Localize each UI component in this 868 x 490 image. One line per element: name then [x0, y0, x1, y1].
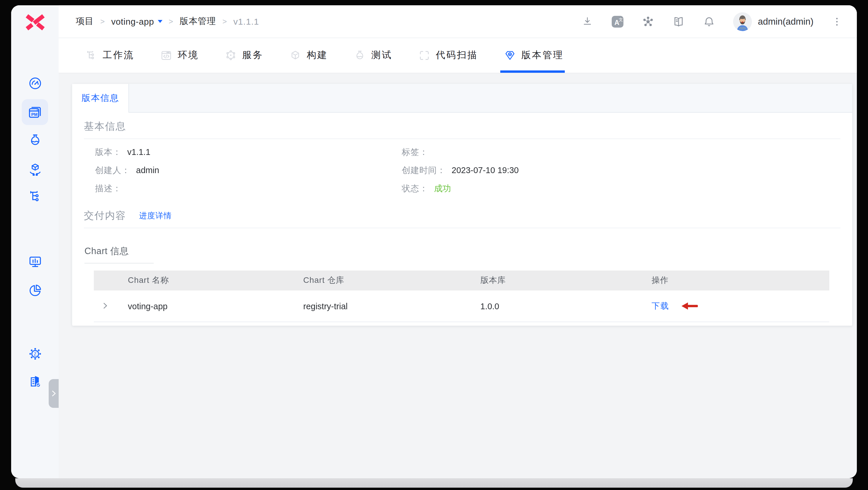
notifications-button[interactable] [703, 15, 715, 28]
sidebar-item-workflow-tree[interactable] [11, 185, 59, 208]
tab-label: 环境 [178, 49, 199, 62]
section-title-delivery: 交付内容 [84, 209, 126, 223]
tab-build[interactable]: 构建 [289, 38, 328, 73]
divider [84, 139, 840, 139]
status-badge: 成功 [434, 184, 451, 193]
top-bar: 项目 > voting-app > 版本管理 > v1.1.1 [59, 5, 857, 38]
divider [84, 228, 840, 228]
logo-x-icon [24, 14, 47, 30]
version-gem-icon [504, 49, 516, 62]
sidebar-item-delivery[interactable] [11, 158, 59, 181]
column-header-actions: 操作 [644, 270, 829, 290]
chevron-right-icon [50, 390, 58, 397]
field-created-time: 创建时间：2023-07-10 19:30 [402, 164, 840, 177]
field-status: 状态：成功 [402, 182, 840, 195]
field-label: 标签： [402, 147, 428, 157]
tab-environment[interactable]: 环境 [160, 38, 199, 73]
expand-chevron-icon [101, 302, 108, 309]
red-arrow-annotation [682, 302, 699, 310]
version-detail-card: 版本信息 基本信息 版本：v1.1.1 标签： 创建人：admin [72, 84, 852, 326]
sidebar-item-data-insight[interactable] [11, 250, 59, 273]
sidebar-item-statistics[interactable] [11, 279, 59, 302]
row-expand-cell[interactable] [94, 290, 120, 322]
translate-icon: A 文 [611, 15, 624, 28]
field-creator: 创建人：admin [95, 164, 402, 177]
project-pm-icon: PM [27, 104, 43, 120]
svg-text:Z: Z [33, 351, 36, 357]
download-chart-link[interactable]: 下载 [652, 301, 669, 310]
breadcrumb-version: v1.1.1 [234, 17, 259, 26]
basic-info-fields: 版本：v1.1.1 标签： 创建人：admin 创建时间：2023-07-10 … [95, 146, 840, 195]
table-row: voting-app registry-trial 1.0.0 下载 [94, 290, 829, 322]
sidebar-item-dashboard[interactable] [11, 71, 59, 95]
building-check-icon [27, 374, 42, 389]
column-header-version-repo: 版本库 [473, 270, 644, 290]
tab-code-scan[interactable]: 代码扫描 [418, 38, 478, 73]
chart-title-underline [85, 263, 154, 263]
sidebar: PM [11, 5, 59, 478]
field-value: admin [136, 166, 159, 175]
tab-service[interactable]: 服务 [225, 38, 264, 73]
breadcrumb-app-dropdown[interactable]: voting-app [111, 17, 162, 26]
chart-info-block: Chart 信息 Chart 名称 Chart 仓库 [84, 245, 840, 322]
tab-version-management[interactable]: 版本管理 [504, 38, 564, 73]
avatar-image [733, 12, 752, 31]
progress-detail-link[interactable]: 进度详情 [139, 210, 172, 221]
svg-text:PM: PM [31, 112, 37, 116]
tab-workflow[interactable]: 工作流 [85, 38, 134, 73]
download-center-button[interactable] [581, 15, 593, 28]
more-menu-button[interactable] [831, 16, 843, 27]
field-label: 创建时间： [402, 166, 446, 175]
svg-text:文: 文 [619, 17, 623, 22]
cell-chart-repo: registry-trial [296, 290, 473, 322]
flask-icon [27, 133, 42, 148]
pie-chart-icon [27, 283, 42, 298]
chart-table: Chart 名称 Chart 仓库 版本库 操作 [94, 270, 829, 322]
breadcrumb-separator: > [168, 17, 173, 26]
documentation-button[interactable] [672, 15, 685, 28]
zadig-logo-x-icon[interactable] [24, 14, 47, 30]
sidebar-item-projects-active[interactable]: PM [11, 99, 59, 125]
breadcrumb-section[interactable]: 版本管理 [180, 16, 216, 27]
gauge-icon [27, 76, 42, 91]
build-icon [289, 49, 302, 62]
sidebar-item-test-center[interactable] [11, 128, 59, 152]
kebab-menu-icon [831, 16, 843, 27]
bell-icon [703, 15, 715, 28]
field-label: 创建人： [95, 166, 130, 175]
field-label: 描述： [95, 184, 121, 193]
chart-table-header: Chart 名称 Chart 仓库 版本库 操作 [94, 270, 829, 290]
breadcrumb-project[interactable]: 项目 [76, 16, 94, 27]
cell-chart-name: voting-app [120, 290, 296, 322]
tab-test[interactable]: 测试 [354, 38, 392, 73]
tab-version-info[interactable]: 版本信息 [72, 84, 129, 113]
window-bottom-edge [15, 478, 853, 488]
tab-label: 版本管理 [521, 49, 564, 62]
service-icon [225, 49, 237, 62]
breadcrumb: 项目 > voting-app > 版本管理 > v1.1.1 [76, 16, 259, 27]
field-version: 版本：v1.1.1 [95, 146, 402, 158]
sidebar-item-settings[interactable]: Z [11, 342, 59, 366]
caret-down-icon [157, 20, 162, 23]
gear-settings-icon: Z [27, 346, 42, 362]
app-window: PM [11, 5, 857, 478]
tab-label: 工作流 [103, 49, 134, 62]
field-tag: 标签： [402, 146, 840, 158]
docs-book-icon [672, 15, 685, 28]
card-tab-strip: 版本信息 [72, 84, 852, 113]
field-value: v1.1.1 [127, 147, 150, 157]
code-scan-icon [418, 49, 431, 62]
integrations-button[interactable] [642, 15, 654, 28]
sidebar-collapse-handle[interactable] [49, 379, 59, 408]
download-icon [581, 15, 593, 28]
breadcrumb-app-label: voting-app [111, 17, 154, 26]
cell-version: 1.0.0 [473, 290, 644, 322]
tab-label: 测试 [371, 49, 392, 62]
user-menu[interactable]: admin(admin) [733, 12, 813, 31]
username: admin(admin) [758, 16, 813, 27]
test-flask-icon [354, 49, 366, 62]
delivery-box-icon [27, 162, 42, 177]
field-label: 状态： [402, 184, 428, 193]
language-switch-button[interactable]: A 文 [611, 15, 624, 28]
field-description: 描述： [95, 182, 402, 195]
